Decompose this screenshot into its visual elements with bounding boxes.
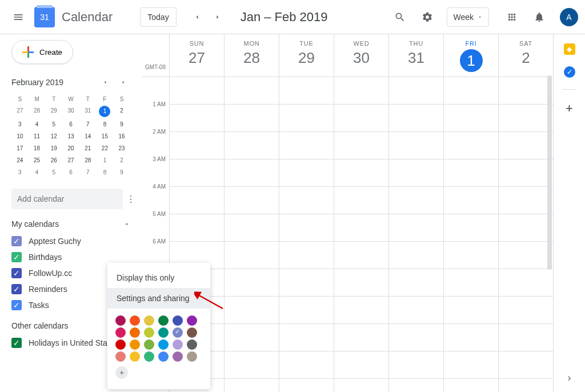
day-column[interactable] (388, 77, 443, 392)
mini-day[interactable]: 24 (11, 154, 29, 166)
hour-cell[interactable] (389, 214, 443, 242)
mini-day[interactable]: 20 (62, 142, 79, 154)
hour-cell[interactable] (334, 132, 388, 159)
color-swatch[interactable] (158, 315, 169, 326)
mini-day[interactable]: 27 (62, 154, 79, 166)
hour-cell[interactable] (279, 297, 334, 324)
mini-calendar[interactable]: SMTWTFS272829303112345678910111213141516… (11, 94, 130, 178)
mini-day[interactable]: 30 (62, 105, 79, 118)
hour-cell[interactable] (170, 132, 224, 159)
color-swatch[interactable] (144, 327, 154, 338)
hour-cell[interactable] (389, 77, 443, 105)
day-header[interactable]: FRI1 (443, 34, 498, 77)
collapse-my-calendars-icon[interactable] (123, 221, 130, 227)
hour-cell[interactable] (499, 351, 553, 379)
hour-cell[interactable] (389, 105, 443, 132)
today-button[interactable]: Today (140, 7, 176, 27)
hour-cell[interactable] (334, 105, 388, 132)
day-header[interactable]: TUE29 (279, 34, 334, 77)
hour-cell[interactable] (334, 77, 388, 105)
tasks-icon[interactable]: ✓ (564, 66, 575, 78)
hour-cell[interactable] (499, 105, 553, 132)
mini-next-month[interactable] (117, 75, 130, 89)
color-swatch[interactable] (130, 339, 140, 350)
view-selector[interactable]: Week (447, 7, 489, 27)
hour-cell[interactable] (334, 187, 388, 214)
hour-cell[interactable] (334, 379, 388, 392)
hour-cell[interactable] (225, 324, 279, 351)
hour-cell[interactable] (279, 242, 334, 269)
mini-day[interactable]: 4 (29, 166, 46, 178)
mini-day[interactable]: 12 (45, 130, 62, 142)
mini-day[interactable]: 9 (113, 118, 130, 130)
mini-day[interactable]: 6 (62, 118, 79, 130)
hour-cell[interactable] (334, 297, 388, 324)
mini-day[interactable]: 1 (99, 106, 110, 117)
mini-day[interactable]: 2 (113, 154, 130, 166)
hour-cell[interactable] (334, 214, 388, 242)
hour-cell[interactable] (279, 214, 334, 242)
hour-cell[interactable] (389, 269, 443, 297)
scrollbar[interactable] (547, 75, 552, 270)
hour-cell[interactable] (279, 187, 334, 214)
hour-cell[interactable] (444, 351, 498, 379)
hour-cell[interactable] (444, 214, 498, 242)
color-swatch[interactable] (187, 351, 197, 362)
color-swatch[interactable] (115, 327, 126, 338)
hour-cell[interactable] (444, 242, 498, 269)
hour-cell[interactable] (499, 379, 553, 392)
hour-cell[interactable] (334, 324, 388, 351)
hour-cell[interactable] (389, 297, 443, 324)
hour-cell[interactable] (499, 132, 553, 159)
hour-cell[interactable] (334, 269, 388, 297)
mini-day[interactable]: 5 (45, 118, 62, 130)
hide-side-panel-icon[interactable]: › (568, 372, 571, 384)
color-swatch[interactable] (115, 339, 126, 350)
mini-day[interactable]: 28 (29, 105, 46, 118)
mini-day[interactable]: 2 (113, 105, 130, 118)
hour-cell[interactable] (499, 297, 553, 324)
hour-cell[interactable] (499, 77, 553, 105)
color-swatch[interactable] (187, 315, 197, 326)
hour-cell[interactable] (444, 187, 498, 214)
mini-day[interactable]: 3 (11, 166, 29, 178)
hour-cell[interactable] (334, 351, 388, 379)
mini-day[interactable]: 3 (11, 118, 29, 130)
hour-cell[interactable] (279, 132, 334, 159)
mini-day[interactable]: 31 (79, 105, 97, 118)
day-header[interactable]: SAT2 (498, 34, 553, 77)
color-swatch[interactable] (158, 327, 169, 338)
hour-cell[interactable] (170, 214, 224, 242)
mini-day[interactable]: 25 (29, 154, 46, 166)
day-column[interactable] (224, 77, 279, 392)
day-column[interactable] (443, 77, 498, 392)
hour-cell[interactable] (389, 324, 443, 351)
menu-display-only[interactable]: Display this only (107, 267, 210, 288)
mini-day[interactable]: 5 (45, 166, 62, 178)
mini-day[interactable]: 6 (62, 166, 79, 178)
color-swatch[interactable] (173, 327, 183, 338)
calendar-checkbox[interactable]: ✓ (11, 284, 22, 294)
hour-cell[interactable] (279, 379, 334, 392)
hour-cell[interactable] (499, 242, 553, 269)
day-header[interactable]: WED30 (334, 34, 388, 77)
day-column[interactable] (334, 77, 388, 392)
mini-prev-month[interactable] (98, 75, 112, 89)
mini-day[interactable]: 29 (45, 105, 62, 118)
hour-cell[interactable] (389, 187, 443, 214)
calendar-checkbox[interactable]: ✓ (11, 236, 22, 246)
hour-cell[interactable] (170, 187, 224, 214)
day-column[interactable] (498, 77, 553, 392)
hour-cell[interactable] (225, 379, 279, 392)
mini-day[interactable]: 4 (29, 118, 46, 130)
hour-cell[interactable] (170, 77, 224, 105)
hour-cell[interactable] (279, 159, 334, 187)
mini-day[interactable]: 10 (11, 130, 29, 142)
calendar-item[interactable]: ✓Apptest Guchy (11, 233, 130, 249)
color-swatch[interactable] (187, 339, 197, 350)
mini-day[interactable]: 9 (113, 166, 130, 178)
mini-day[interactable]: 7 (79, 166, 97, 178)
get-addons-icon[interactable]: + (566, 101, 573, 116)
mini-day[interactable]: 1 (97, 154, 114, 166)
hour-cell[interactable] (444, 324, 498, 351)
